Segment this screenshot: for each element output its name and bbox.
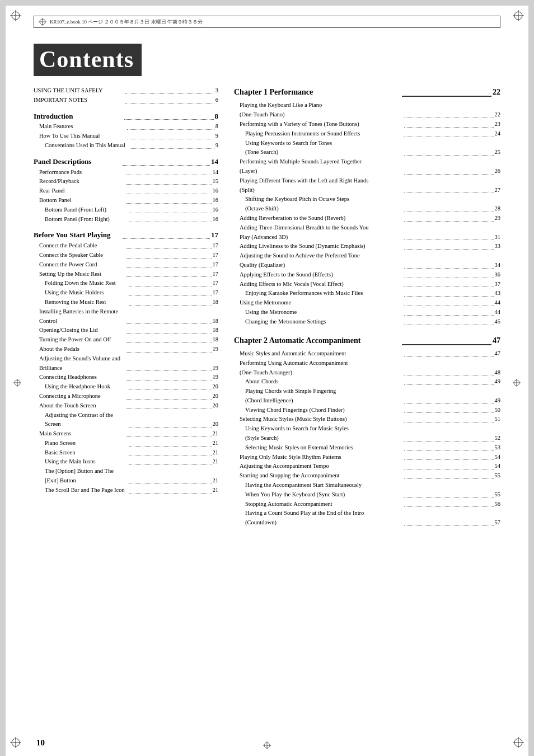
list-item: Changing the Metronome Settings 45 (234, 317, 500, 327)
list-item: Selecting Music Styles on External Memor… (234, 443, 500, 453)
list-item: IMPORTANT NOTES 6 (34, 96, 218, 105)
list-item: Enjoying Karaoke Performances with Music… (234, 289, 500, 298)
introduction-section: Introduction 8 Main Features 8 How To Us… (34, 111, 218, 151)
list-item: Using the Main Icons 21 (34, 457, 218, 467)
list-item: Removing the Music Rest 18 (34, 298, 218, 307)
chapter2-header: Chapter 2 Automatic Accompaniment 47 (234, 335, 500, 347)
list-item: Playing Only Music Style Rhythm Patterns… (234, 453, 500, 462)
corner-mark-tr (513, 10, 524, 24)
list-item: Bottom Panel 16 (34, 196, 218, 205)
list-item: The [Option] Button and The [Exit] Butto… (34, 467, 218, 486)
list-item: Playing Percussion Instruments or Sound … (234, 129, 500, 139)
list-item: Main Features 8 (34, 122, 218, 132)
list-item: Using the Headphone Hook 20 (34, 382, 218, 392)
list-item: Playing the Keyboard Like a Piano(One-To… (234, 101, 500, 120)
list-item: Adding Reverberation to the Sound (Rever… (234, 214, 500, 223)
list-item: Opening/Closing the Lid 18 (34, 326, 218, 335)
list-item: Turning the Power On and Off 18 (34, 335, 218, 345)
list-item: Adjusting the Accompaniment Tempo 54 (234, 462, 500, 471)
list-item: Adding Liveliness to the Sound (Dynamic … (234, 242, 500, 251)
cross-mid-left (13, 379, 21, 389)
list-item: Applying Effects to the Sound (Effects) … (234, 270, 500, 280)
list-item: Selecting Music Styles (Music Style Butt… (234, 415, 500, 424)
cross-mid-right (513, 379, 521, 389)
page: KR107_e.book 10 ページ ２００５年８月３日 水曜日 午前９時３６… (6, 6, 528, 756)
list-item: Connecting Headphones 19 (34, 373, 218, 382)
list-item: Using Keywords to Search for Music Style… (234, 424, 500, 443)
list-item: Record/Playback 15 (34, 177, 218, 186)
list-item: Main Screens 21 (34, 429, 218, 439)
list-item: Adding Three-Dimensional Breadth to the … (234, 223, 500, 242)
list-item: Viewing Chord Fingerings (Chord Finder) … (234, 406, 500, 415)
list-item: Using the Metronome 44 (234, 298, 500, 308)
list-item: About Chords 49 (234, 377, 500, 387)
list-item: Using the Music Holders 17 (34, 288, 218, 298)
list-item: Adjusting the Sound to Achieve the Prefe… (234, 251, 500, 270)
panel-section: Panel Descriptions 14 Performance Pads 1… (34, 156, 218, 224)
header-strip: KR107_e.book 10 ページ ２００５年８月３日 水曜日 午前９時３６… (34, 16, 500, 28)
list-item: Connecting a Microphone 20 (34, 392, 218, 401)
list-item: About the Touch Screen 20 (34, 401, 218, 411)
list-item: Playing Chords with Simple Fingering(Cho… (234, 387, 500, 406)
list-item: Adjusting the Contrast of the Screen 20 (34, 411, 218, 430)
list-item: Using the Metronome 44 (234, 308, 500, 317)
list-item: Starting and Stopping the Accompaniment … (234, 471, 500, 481)
list-item: Shifting the Keyboard Pitch in Octave St… (234, 195, 500, 214)
page-title-block: Contents (34, 44, 500, 76)
toc-columns: USING THE UNIT SAFELY 3 IMPORTANT NOTES … (34, 86, 500, 528)
pre-intro-items: USING THE UNIT SAFELY 3 IMPORTANT NOTES … (34, 86, 218, 105)
list-item: Performing with Multiple Sounds Layered … (234, 157, 500, 176)
list-item: Installing Batteries in the Remote Contr… (34, 307, 218, 326)
page-number: 10 (36, 738, 45, 748)
right-column: Chapter 1 Performance 22 Playing the Key… (234, 86, 500, 528)
list-item: Stopping Automatic Accompaniment 56 (234, 500, 500, 509)
list-item: Performing Using Automatic Accompaniment… (234, 359, 500, 378)
list-item: Setting Up the Music Rest 17 (34, 270, 218, 279)
chapter1-header: Chapter 1 Performance 22 (234, 86, 500, 98)
list-item: Having the Accompaniment Start Simultane… (234, 481, 500, 500)
list-item: How To Use This Manual 9 (34, 132, 218, 141)
list-item: Performance Pads 14 (34, 168, 218, 177)
list-item: Bottom Panel (Front Left) 16 (34, 205, 218, 215)
left-column: USING THE UNIT SAFELY 3 IMPORTANT NOTES … (34, 86, 218, 528)
list-item: Piano Screen 21 (34, 439, 218, 448)
before-section: Before You Start Playing 17 Connect the … (34, 229, 218, 495)
list-item: Using Keywords to Search for Tones(Tone … (234, 139, 500, 158)
list-item: Music Styles and Automatic Accompaniment… (234, 349, 500, 359)
corner-mark-br (513, 737, 524, 750)
cross-mid-bottom (263, 741, 271, 752)
list-item: Adding Effects to Mic Vocals (Vocal Effe… (234, 280, 500, 289)
list-item: Having a Count Sound Play at the End of … (234, 509, 500, 528)
list-item: Performing with a Variety of Tones (Tone… (234, 120, 500, 129)
list-item: Bottom Panel (Front Right) 16 (34, 215, 218, 224)
header-text: KR107_e.book 10 ページ ２００５年８月３日 水曜日 午前９時３６… (50, 18, 203, 26)
list-item: Rear Panel 16 (34, 186, 218, 196)
list-item: About the Pedals 19 (34, 345, 218, 354)
section-header-before: Before You Start Playing 17 (34, 229, 218, 241)
corner-mark-tl (10, 10, 21, 24)
list-item: The Scroll Bar and The Page Icon 21 (34, 486, 218, 495)
list-item: Basic Screen 21 (34, 448, 218, 458)
section-header-introduction: Introduction 8 (34, 111, 218, 123)
list-item: USING THE UNIT SAFELY 3 (34, 86, 218, 96)
list-item: Conventions Used in This Manual 9 (34, 141, 218, 151)
list-item: Folding Down the Music Rest 17 (34, 279, 218, 288)
chapter1-section: Chapter 1 Performance 22 Playing the Key… (234, 86, 500, 327)
chapter2-section: Chapter 2 Automatic Accompaniment 47 Mus… (234, 335, 500, 528)
list-item: Playing Different Tones with the Left an… (234, 176, 500, 195)
section-header-panel: Panel Descriptions 14 (34, 156, 218, 168)
page-title: Contents (34, 44, 142, 76)
list-item: Connect the Speaker Cable 17 (34, 251, 218, 260)
list-item: Adjusting the Sound's Volume and Brillia… (34, 354, 218, 373)
list-item: Connect the Pedal Cable 17 (34, 241, 218, 251)
list-item: Connect the Power Cord 17 (34, 260, 218, 270)
corner-mark-bl (10, 737, 21, 750)
